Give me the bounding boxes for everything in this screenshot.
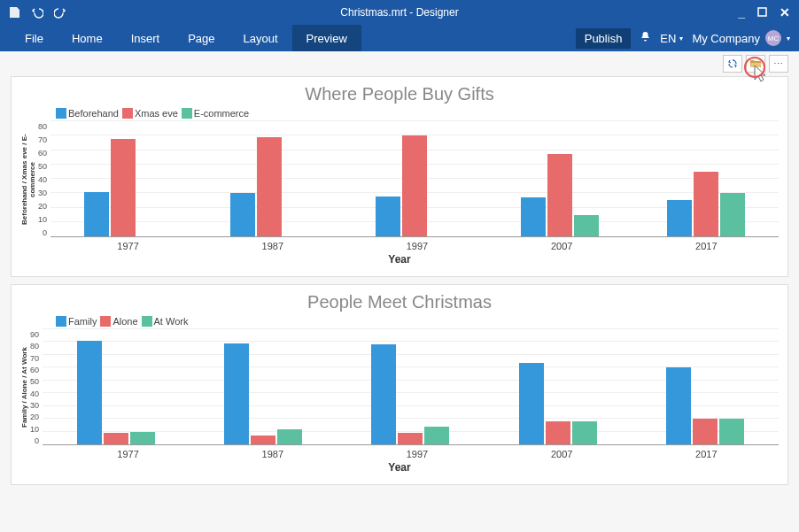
grid-line — [43, 328, 779, 329]
bar — [519, 363, 544, 444]
bar — [398, 433, 423, 444]
bar — [230, 193, 255, 236]
y-tick: 10 — [30, 425, 39, 434]
legend-item: Xmas eve — [122, 108, 178, 119]
y-tick: 70 — [38, 135, 47, 144]
bar-group — [376, 135, 454, 236]
bar — [424, 427, 449, 444]
y-tick: 40 — [30, 389, 39, 398]
language-selector[interactable]: EN ▾ — [660, 32, 683, 45]
bar-group — [371, 344, 449, 444]
y-tick: 50 — [30, 377, 39, 386]
bar — [719, 419, 744, 444]
legend-item: At Work — [142, 316, 189, 327]
avatar: MC — [765, 30, 781, 46]
refresh-button[interactable] — [723, 55, 742, 73]
y-tick: 0 — [30, 436, 39, 445]
chart-title: Where People Buy Gifts — [20, 84, 779, 104]
legend-item: Family — [56, 316, 97, 327]
legend-label: Alone — [112, 316, 137, 327]
window-controls: _ ✕ — [738, 6, 799, 19]
legend-swatch — [142, 316, 152, 327]
bar — [521, 197, 546, 236]
bar — [104, 433, 128, 444]
redo-icon[interactable] — [53, 5, 67, 19]
x-tick: 2017 — [695, 449, 717, 459]
x-tick: 1977 — [117, 241, 138, 251]
bar-group — [521, 154, 599, 236]
y-axis-ticks: 9080706050403020100 — [30, 330, 43, 445]
bar — [402, 135, 427, 236]
chart-plot-wrap: Beforehand / Xmas eve / E-commerce807060… — [20, 122, 779, 237]
menu-home[interactable]: Home — [58, 25, 117, 51]
menu-page[interactable]: Page — [174, 25, 229, 51]
y-tick: 80 — [38, 122, 47, 131]
bar-group — [77, 341, 155, 444]
quick-access-toolbar — [0, 5, 67, 19]
report-page-2: People Meet ChristmasFamilyAloneAt WorkF… — [11, 284, 788, 485]
company-menu[interactable]: My Company MC ▾ — [692, 30, 790, 46]
legend-swatch — [56, 316, 66, 327]
y-tick: 50 — [38, 162, 47, 171]
menu-preview[interactable]: Preview — [292, 25, 361, 51]
bar — [574, 215, 599, 236]
undo-icon[interactable] — [30, 5, 44, 19]
x-tick: 2007 — [551, 241, 572, 251]
y-tick: 30 — [30, 401, 39, 410]
legend-label: At Work — [154, 316, 189, 327]
legend-label: E-commerce — [194, 108, 249, 119]
x-tick: 1977 — [117, 449, 138, 459]
bar-group — [224, 343, 302, 444]
bar — [277, 429, 302, 444]
legend-label: Xmas eve — [135, 108, 178, 119]
chart-legend: BeforehandXmas eveE-commerce — [56, 108, 779, 119]
legend-swatch — [100, 316, 111, 327]
close-button[interactable]: ✕ — [780, 6, 790, 19]
bar-groups — [43, 330, 779, 444]
y-tick: 20 — [30, 412, 39, 421]
y-tick: 0 — [38, 228, 47, 237]
notifications-icon[interactable] — [640, 31, 651, 45]
bar-group — [84, 139, 162, 237]
x-tick: 1987 — [262, 241, 283, 251]
chart-legend: FamilyAloneAt Work — [56, 316, 779, 327]
y-tick: 60 — [38, 149, 47, 158]
y-tick: 70 — [30, 354, 39, 363]
titlebar: Christmas.mrt - Designer _ ✕ — [0, 0, 799, 25]
legend-label: Family — [68, 316, 97, 327]
x-tick: 2007 — [551, 449, 572, 459]
y-tick: 40 — [38, 175, 47, 184]
y-tick: 20 — [38, 202, 47, 211]
bar-group — [667, 172, 745, 236]
save-icon[interactable] — [7, 5, 21, 19]
x-axis-label: Year — [20, 461, 779, 474]
bar — [84, 192, 109, 236]
legend-item: Beforehand — [56, 108, 119, 119]
x-axis-ticks: 19771987199720072017 — [56, 241, 779, 251]
more-options-button[interactable]: ⋯ — [769, 55, 788, 73]
minimize-button[interactable]: _ — [738, 6, 745, 19]
x-axis-label: Year — [20, 253, 779, 266]
legend-item: E-commerce — [182, 108, 249, 119]
menu-insert[interactable]: Insert — [117, 25, 175, 51]
bar — [111, 139, 136, 237]
menu-layout[interactable]: Layout — [229, 25, 292, 51]
menubar: FileHomeInsertPageLayoutPreview Publish … — [0, 25, 799, 51]
y-axis-label: Beforehand / Xmas eve / E-commerce — [20, 122, 36, 237]
bar — [720, 193, 745, 236]
chart-title: People Meet Christmas — [20, 292, 779, 312]
report-preview-area: Where People Buy GiftsBeforehandXmas eve… — [0, 76, 799, 496]
x-tick: 1987 — [262, 449, 283, 459]
publish-button[interactable]: Publish — [576, 28, 632, 49]
y-axis-label: Family / Alone / At Work — [20, 330, 28, 445]
bar — [694, 172, 718, 236]
maximize-button[interactable] — [757, 6, 767, 19]
svg-rect-0 — [758, 8, 766, 16]
open-file-button[interactable] — [746, 55, 765, 73]
bar-groups — [50, 122, 779, 236]
bar — [251, 436, 275, 444]
bar — [224, 343, 249, 444]
menu-file[interactable]: File — [11, 25, 58, 51]
bar — [546, 421, 570, 444]
y-tick: 90 — [30, 330, 39, 339]
